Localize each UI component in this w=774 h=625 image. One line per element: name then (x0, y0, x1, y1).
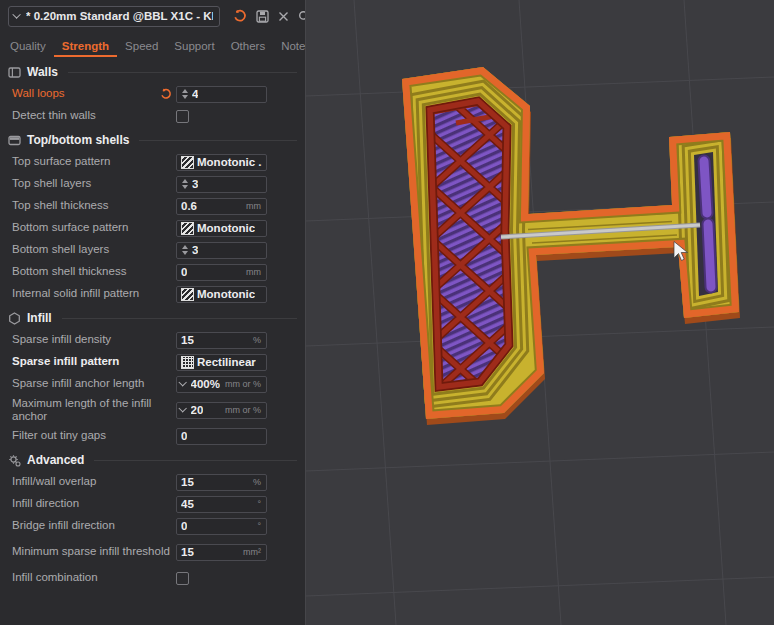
spinner-arrows[interactable] (181, 245, 189, 255)
setting-label: Filter out tiny gaps (12, 429, 176, 442)
setting-value: 400% (191, 378, 220, 390)
row-max-infill-anchor-length: Maximum length of the infill anchor 20 m… (0, 395, 305, 425)
setting-value: Monotonic (197, 288, 255, 300)
setting-label: Minimum sparse infill threshold (12, 545, 176, 558)
walls-icon (8, 66, 21, 79)
row-infill-wall-overlap: Infill/wall overlap 15 % (0, 471, 305, 493)
row-bottom-shell-thickness: Bottom shell thickness 0 mm (0, 261, 305, 283)
max-infill-anchor-length-combo[interactable]: 20 mm or % (176, 402, 267, 419)
section-title: Walls (27, 65, 58, 79)
setting-label: Bottom shell layers (12, 243, 176, 256)
setting-value: 15 (181, 334, 194, 346)
row-detect-thin-walls: Detect thin walls (0, 105, 305, 127)
setting-label: Maximum length of the infill anchor (12, 397, 176, 423)
setting-label: Top shell thickness (12, 199, 176, 212)
top-shell-thickness-input[interactable]: 0.6 mm (176, 198, 267, 215)
setting-label: Top shell layers (12, 177, 176, 190)
setting-label: Sparse infill density (12, 333, 176, 346)
filter-out-tiny-gaps-input[interactable]: 0 (176, 428, 267, 445)
save-preset-icon[interactable] (256, 10, 269, 23)
top-shell-layers-spinner[interactable]: 3 (176, 176, 267, 193)
setting-label: Infill/wall overlap (12, 475, 176, 488)
setting-value: 0 (181, 266, 187, 278)
revert-icon[interactable] (158, 88, 174, 100)
rectilinear-pattern-icon (181, 356, 194, 369)
slicer-app: * 0.20mm Standard @BBL X1C - KEN Quality… (0, 0, 774, 625)
spinner-arrows[interactable] (181, 89, 189, 99)
spinner-arrows[interactable] (181, 179, 189, 189)
monotonic-pattern-icon (181, 222, 194, 235)
close-icon[interactable] (278, 11, 289, 22)
tab-quality[interactable]: Quality (2, 37, 54, 57)
revert-all-icon[interactable] (233, 9, 247, 23)
shells-icon (8, 134, 21, 147)
section-rule (94, 460, 297, 461)
row-bridge-infill-direction: Bridge infill direction 0 ° (0, 515, 305, 537)
section-header-advanced: Advanced (0, 447, 305, 471)
row-top-shell-layers: Top shell layers 3 (0, 173, 305, 195)
setting-label: Detect thin walls (12, 109, 176, 122)
setting-value: 3 (192, 178, 198, 190)
setting-value: 4 (192, 88, 198, 100)
chevron-down-icon[interactable] (178, 379, 186, 387)
sliced-model-canvas (306, 0, 774, 625)
chevron-down-icon (12, 10, 20, 18)
tab-speed[interactable]: Speed (117, 37, 166, 57)
tab-notes[interactable]: Notes (273, 37, 306, 57)
setting-label: Wall loops (12, 87, 158, 100)
setting-label: Bottom surface pattern (12, 221, 176, 234)
bridge-infill-direction-input[interactable]: 0 ° (176, 518, 267, 535)
sparse-infill-pattern-select[interactable]: Rectilinear (176, 354, 267, 371)
bottom-surface-pattern-select[interactable]: Monotonic (176, 220, 267, 237)
section-header-shells: Top/bottom shells (0, 127, 305, 151)
preset-name: * 0.20mm Standard @BBL X1C - KEN (26, 10, 213, 22)
setting-value: 0 (181, 520, 187, 532)
setting-label: Internal solid infill pattern (12, 287, 176, 300)
row-sparse-infill-anchor-length: Sparse infill anchor length 400% mm or % (0, 373, 305, 395)
setting-label: Sparse infill anchor length (12, 377, 176, 390)
row-top-shell-thickness: Top shell thickness 0.6 mm (0, 195, 305, 217)
chevron-down-icon[interactable] (178, 405, 186, 413)
section-header-walls: Walls (0, 59, 305, 83)
sparse-infill-density-input[interactable]: 15 % (176, 332, 267, 349)
advanced-gear-icon (8, 454, 21, 467)
unit-label: ° (257, 521, 261, 531)
tab-strength[interactable]: Strength (54, 37, 117, 57)
setting-value: 3 (192, 244, 198, 256)
section-title: Top/bottom shells (27, 133, 129, 147)
internal-solid-infill-pattern-select[interactable]: Monotonic (176, 286, 267, 303)
row-wall-loops: Wall loops 4 (0, 83, 305, 105)
setting-label: Bottom shell thickness (12, 265, 176, 278)
tab-support[interactable]: Support (166, 37, 222, 57)
row-sparse-infill-density: Sparse infill density 15 % (0, 329, 305, 351)
row-filter-out-tiny-gaps: Filter out tiny gaps 0 (0, 425, 305, 447)
sparse-infill-anchor-length-combo[interactable]: 400% mm or % (176, 376, 267, 393)
min-sparse-infill-threshold-input[interactable]: 15 mm² (176, 544, 267, 561)
row-sparse-infill-pattern: Sparse infill pattern Rectilinear (0, 351, 305, 373)
wall-loops-spinner[interactable]: 4 (176, 86, 267, 103)
bottom-shell-thickness-input[interactable]: 0 mm (176, 264, 267, 281)
infill-combination-checkbox[interactable] (176, 572, 189, 585)
setting-value: Rectilinear (197, 356, 256, 368)
preset-dropdown[interactable]: * 0.20mm Standard @BBL X1C - KEN (8, 6, 220, 27)
settings-panel: * 0.20mm Standard @BBL X1C - KEN Quality… (0, 0, 306, 625)
bottom-shell-layers-spinner[interactable]: 3 (176, 242, 267, 259)
setting-value: Monotonic ... (197, 156, 262, 168)
setting-value: 15 (181, 546, 194, 558)
unit-label: mm or % (225, 405, 261, 415)
row-infill-direction: Infill direction 45 ° (0, 493, 305, 515)
tab-others[interactable]: Others (223, 37, 274, 57)
unit-label: mm or % (225, 379, 261, 389)
detect-thin-walls-checkbox[interactable] (176, 110, 189, 123)
search-icon[interactable] (298, 10, 306, 23)
toolbar-icons (233, 9, 306, 23)
slice-preview-viewport[interactable] (306, 0, 774, 625)
top-surface-pattern-select[interactable]: Monotonic ... (176, 154, 267, 171)
infill-icon (8, 312, 21, 325)
infill-wall-overlap-input[interactable]: 15 % (176, 474, 267, 491)
infill-direction-input[interactable]: 45 ° (176, 496, 267, 513)
setting-label: Sparse infill pattern (12, 355, 176, 368)
row-min-sparse-infill-threshold: Minimum sparse infill threshold 15 mm² (0, 537, 305, 567)
setting-label: Top surface pattern (12, 155, 176, 168)
setting-value: 15 (181, 476, 194, 488)
